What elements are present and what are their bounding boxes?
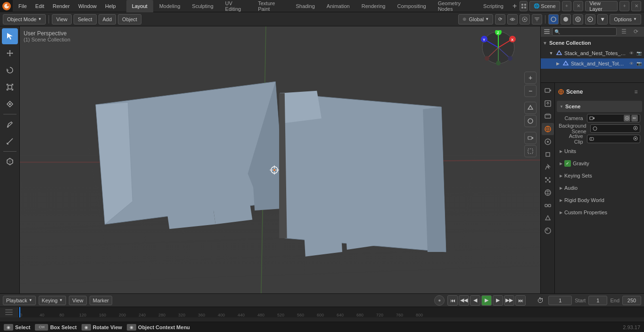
tab-texture-paint[interactable]: Texture Paint [252, 0, 289, 12]
object-menu-btn[interactable]: Object [118, 14, 141, 24]
tab-compositing[interactable]: Compositing [391, 0, 431, 12]
prop-tab-output[interactable] [542, 97, 554, 110]
rigid-body-section-header[interactable]: ▶ Rigid Body World [557, 195, 642, 205]
tool-add-cube[interactable] [2, 154, 18, 170]
tool-rotate[interactable] [2, 62, 18, 78]
prop-tab-view-layer[interactable] [542, 110, 554, 122]
gravity-checkbox[interactable]: ✓ [564, 160, 571, 167]
jump-start-btn[interactable]: ⏮ [447, 295, 458, 306]
viewport-local-btn[interactable] [524, 115, 537, 127]
camera-edit-btn[interactable]: ✏ [631, 115, 638, 121]
gravity-section-header[interactable]: ▶ ✓ Gravity [557, 158, 642, 169]
camera-value[interactable]: ✏ [587, 114, 640, 122]
view-menu-btn[interactable]: View [52, 14, 72, 24]
outliner-render-2[interactable]: 📷 [636, 60, 642, 67]
start-frame-input[interactable] [588, 296, 607, 305]
record-btn[interactable]: ● [434, 295, 445, 306]
viewport-camera-view-btn[interactable] [524, 132, 537, 144]
tab-scripting[interactable]: Scripting [478, 0, 509, 12]
menu-render[interactable]: Render [49, 2, 74, 10]
prop-tab-modifier[interactable] [542, 161, 554, 173]
filter-btn[interactable] [532, 14, 542, 24]
select-menu-btn[interactable]: Select [74, 14, 97, 24]
next-keyframe-btn[interactable]: ▶▶ [504, 295, 514, 306]
proportional-edit-btn[interactable] [520, 14, 530, 24]
options-btn[interactable]: Options ▼ [610, 14, 641, 24]
prop-tab-render[interactable] [542, 85, 554, 97]
view-layer-remove-btn[interactable]: ✕ [631, 1, 641, 11]
add-menu-btn[interactable]: Add [99, 14, 116, 24]
units-section-header[interactable]: ▶ Units [557, 146, 642, 156]
viewport-shading-render[interactable] [585, 14, 595, 24]
tool-cursor[interactable] [2, 28, 18, 44]
marker-btn[interactable]: Marker [90, 296, 112, 305]
tool-move[interactable] [2, 45, 18, 61]
viewport-overlay-btn[interactable]: ▼ [597, 14, 608, 24]
outliner-visibility-1[interactable]: 👁 [628, 50, 635, 57]
timeline-view-btn[interactable]: View [69, 296, 87, 305]
prop-tab-material[interactable] [542, 225, 554, 237]
viewport-shading-solid[interactable] [561, 14, 571, 24]
tool-scale[interactable] [2, 79, 18, 95]
bg-scene-eyedrop[interactable] [633, 126, 638, 131]
scene-section-header[interactable]: ▼ Scene [557, 101, 642, 112]
tab-modeling[interactable]: Modeling [154, 0, 186, 12]
outliner-visibility-2[interactable]: 👁 [628, 60, 635, 67]
view-layer-add-btn[interactable]: + [619, 1, 629, 11]
tab-layout[interactable]: Layout [126, 0, 153, 12]
tab-animation[interactable]: Animation [321, 0, 355, 12]
tab-rendering[interactable]: Rendering [356, 0, 391, 12]
prop-header-menu-btn[interactable]: ≡ [631, 87, 641, 97]
prop-tab-data[interactable] [542, 212, 554, 224]
viewport[interactable]: User Perspective (1) Scene Collection X … [20, 26, 540, 293]
scene-selector[interactable]: 🌐 Scene [529, 1, 560, 11]
prev-frame-btn[interactable]: ◀ [470, 295, 480, 306]
transform-pivot-btn[interactable]: ⟳ [495, 14, 505, 24]
viewport-zoom-out-btn[interactable]: − [524, 85, 537, 97]
prop-tab-object[interactable] [542, 148, 554, 161]
prop-tab-world[interactable] [542, 136, 554, 148]
tool-annotate[interactable] [2, 116, 18, 132]
viewport-perspective-btn[interactable] [524, 102, 537, 114]
tab-shading[interactable]: Shading [290, 0, 320, 12]
tool-measure[interactable] [2, 133, 18, 149]
menu-file[interactable]: File [15, 2, 31, 10]
current-frame-input[interactable] [548, 296, 572, 305]
active-clip-eyedrop[interactable] [633, 136, 638, 142]
prop-tab-constraints[interactable] [542, 199, 554, 211]
prev-keyframe-btn[interactable]: ◀◀ [459, 295, 469, 306]
scene-add-btn[interactable]: + [562, 1, 572, 11]
outliner-render-1[interactable]: 📷 [636, 50, 642, 57]
viewport-shading-material[interactable] [573, 14, 583, 24]
camera-eyedrop-btn[interactable] [624, 115, 630, 121]
tab-uv-editing[interactable]: UV Editing [220, 0, 252, 12]
prop-tab-scene[interactable] [542, 123, 554, 135]
play-btn[interactable]: ▶ [481, 295, 492, 306]
snap-btn[interactable] [507, 14, 518, 24]
menu-edit[interactable]: Edit [32, 2, 48, 10]
outliner-search[interactable] [552, 27, 617, 36]
menu-window[interactable]: Window [74, 2, 100, 10]
playback-btn[interactable]: Playback ▼ [3, 296, 36, 305]
background-scene-value[interactable] [590, 124, 640, 133]
prop-tab-particles[interactable] [542, 174, 554, 186]
transform-global-btn[interactable]: ⊕ Global ▼ [458, 14, 493, 24]
scene-remove-btn[interactable]: ✕ [573, 1, 583, 11]
tab-sculpting[interactable]: Sculpting [186, 0, 219, 12]
jump-end-btn[interactable]: ⏭ [515, 295, 526, 306]
custom-props-section-header[interactable]: ▶ Custom Properties [557, 207, 642, 218]
outliner-item-2[interactable]: ▶ Stack_and_Nest_Totes_0 👁 📷 [541, 58, 644, 69]
end-frame-input[interactable] [622, 296, 641, 305]
nav-gizmo[interactable]: X Y Z [481, 30, 519, 68]
outliner-expand-1[interactable]: ▼ [548, 50, 554, 56]
view-layer-selector[interactable]: View Layer [585, 1, 618, 11]
viewport-render-region-btn[interactable] [524, 145, 537, 157]
viewport-zoom-in-btn[interactable]: + [524, 72, 537, 84]
prop-tab-physics[interactable] [542, 186, 554, 199]
tool-transform[interactable] [2, 96, 18, 112]
audio-section-header[interactable]: ▶ Audio [557, 183, 642, 193]
tab-geometry-nodes[interactable]: Geometry Nodes [432, 0, 477, 12]
expand-scene-btn[interactable] [520, 1, 528, 11]
viewport-shading-wire[interactable] [548, 14, 559, 24]
timeline-ruler[interactable]: 0 40 80 120 160 200 240 280 320 360 400 … [0, 307, 644, 317]
